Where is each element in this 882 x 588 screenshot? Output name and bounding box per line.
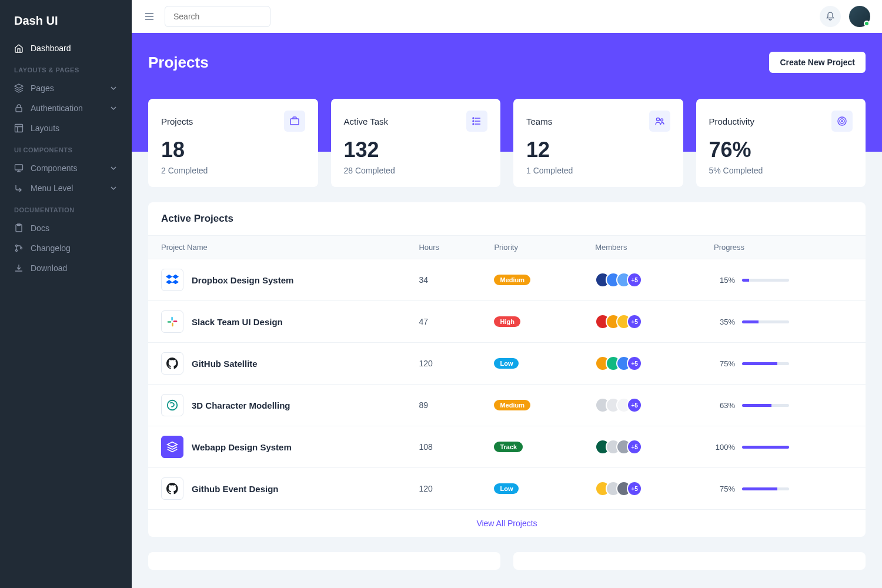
stat-subtext: 28 Completed <box>344 166 488 175</box>
member-avatars: +5 <box>595 439 688 455</box>
user-menu[interactable] <box>849 6 870 27</box>
create-project-button[interactable]: Create New Project <box>769 52 866 73</box>
svg-rect-18 <box>168 321 172 323</box>
table-row[interactable]: GitHub Satellite120Low+575% <box>148 343 866 385</box>
stat-card: Active Task13228 Completed <box>331 99 501 187</box>
member-avatars: +5 <box>595 314 688 329</box>
sidebar: Dash UI Dashboard LAYOUTS & PAGES Pages … <box>0 0 132 588</box>
brand-logo[interactable]: Dash UI <box>0 11 132 38</box>
progress-percent: 35% <box>714 318 735 326</box>
progress-percent: 75% <box>714 359 735 368</box>
svg-point-15 <box>840 119 844 123</box>
svg-point-12 <box>656 118 659 121</box>
progress-bar <box>742 446 789 449</box>
more-members-badge[interactable]: +5 <box>627 272 642 288</box>
project-name: Webapp Design System <box>192 442 292 452</box>
more-members-badge[interactable]: +5 <box>627 397 642 413</box>
project-hours: 108 <box>406 426 481 468</box>
sidebar-item-label: Authentication <box>31 103 83 113</box>
table-row[interactable]: Slack Team UI Design47High+535% <box>148 301 866 343</box>
col-priority: Priority <box>481 236 582 259</box>
progress-bar <box>742 320 789 323</box>
bell-icon <box>825 11 836 22</box>
sidebar-item-dashboard[interactable]: Dashboard <box>0 38 132 58</box>
monitor-icon <box>14 163 24 173</box>
svg-point-9 <box>473 118 474 119</box>
progress-percent: 75% <box>714 485 735 493</box>
project-name: 3D Character Modelling <box>192 400 290 410</box>
project-hours: 34 <box>406 259 481 301</box>
more-members-badge[interactable]: +5 <box>627 314 642 329</box>
project-hours: 120 <box>406 468 481 510</box>
progress-bar <box>742 404 789 407</box>
nav-section-docs: DOCUMENTATION <box>0 198 132 218</box>
stat-label: Active Task <box>344 116 389 126</box>
priority-badge: Medium <box>494 275 530 285</box>
sidebar-item-label: Changelog <box>31 243 71 253</box>
table-row[interactable]: Webapp Design System108Track+5100% <box>148 426 866 468</box>
sidebar-item-changelog[interactable]: Changelog <box>0 238 132 258</box>
sidebar-item-label: Dashboard <box>31 44 71 53</box>
briefcase-icon <box>284 111 305 132</box>
chevron-down-icon <box>109 104 118 112</box>
svg-point-14 <box>838 117 846 125</box>
sidebar-item-menulevel[interactable]: Menu Level <box>0 178 132 198</box>
sidebar-item-label: Docs <box>31 223 49 233</box>
stat-label: Teams <box>526 116 552 126</box>
svg-point-16 <box>841 121 843 122</box>
table-row[interactable]: Github Event Design120Low+575% <box>148 468 866 510</box>
chevron-down-icon <box>109 84 118 92</box>
progress-bar <box>742 487 789 490</box>
nav-section-components: UI COMPONENTS <box>0 138 132 158</box>
col-project-name: Project Name <box>148 236 406 259</box>
svg-point-5 <box>16 245 18 247</box>
stat-label: Projects <box>161 116 193 126</box>
stat-card: Teams121 Completed <box>513 99 683 187</box>
project-logo <box>161 394 183 416</box>
download-icon <box>14 263 24 273</box>
project-hours: 120 <box>406 343 481 385</box>
project-logo <box>161 269 183 291</box>
svg-point-6 <box>16 250 18 252</box>
sidebar-item-label: Menu Level <box>31 183 73 193</box>
project-logo <box>161 436 183 458</box>
progress-percent: 100% <box>714 443 735 452</box>
sidebar-item-label: Pages <box>31 83 54 93</box>
priority-badge: High <box>494 316 520 327</box>
stat-value: 132 <box>344 138 488 162</box>
sidebar-item-docs[interactable]: Docs <box>0 218 132 238</box>
member-avatars: +5 <box>595 356 688 371</box>
more-members-badge[interactable]: +5 <box>627 356 642 371</box>
table-row[interactable]: 3D Character Modelling89Medium+563% <box>148 385 866 426</box>
svg-point-11 <box>473 123 474 125</box>
more-members-badge[interactable]: +5 <box>627 481 642 496</box>
sidebar-item-components[interactable]: Components <box>0 158 132 178</box>
chevron-down-icon <box>109 184 118 192</box>
project-name: GitHub Satellite <box>192 359 258 369</box>
priority-badge: Low <box>494 483 519 494</box>
svg-point-7 <box>21 248 22 249</box>
project-name: Dropbox Design System <box>192 275 293 285</box>
sidebar-item-layouts[interactable]: Layouts <box>0 118 132 138</box>
layout-icon <box>14 123 24 133</box>
layers-icon <box>14 83 24 93</box>
project-name: Github Event Design <box>192 484 279 494</box>
project-name: Slack Team UI Design <box>192 317 283 327</box>
priority-badge: Medium <box>494 400 530 410</box>
sidebar-item-authentication[interactable]: Authentication <box>0 98 132 118</box>
menu-toggle-icon[interactable] <box>143 11 155 22</box>
sidebar-item-download[interactable]: Download <box>0 258 132 278</box>
member-avatars: +5 <box>595 397 688 413</box>
table-row[interactable]: Dropbox Design System34Medium+515% <box>148 259 866 301</box>
corner-down-icon <box>14 183 24 193</box>
notifications-button[interactable] <box>820 6 841 27</box>
project-hours: 89 <box>406 385 481 426</box>
stat-label: Productivity <box>709 116 755 126</box>
view-all-projects-link[interactable]: View All Projects <box>476 519 537 528</box>
sidebar-item-pages[interactable]: Pages <box>0 78 132 98</box>
more-members-badge[interactable]: +5 <box>627 439 642 455</box>
search-input[interactable] <box>165 6 270 27</box>
stat-card: Projects182 Completed <box>148 99 318 187</box>
svg-point-10 <box>473 121 474 122</box>
stat-card: Productivity76%5% Completed <box>696 99 866 187</box>
